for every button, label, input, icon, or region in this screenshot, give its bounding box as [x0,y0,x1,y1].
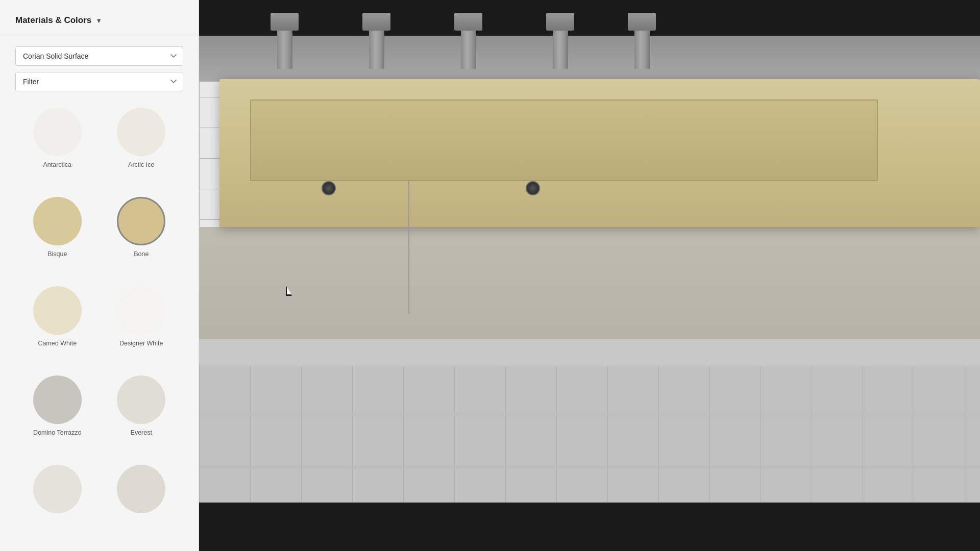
color-swatch-designer-white [117,286,165,335]
color-swatch-antarctica [33,108,82,156]
color-item-cameo-white[interactable]: Cameo White [15,280,100,369]
color-swatch-item10 [117,465,165,513]
color-label-arctic-ice: Arctic Ice [128,161,154,168]
gray-shelf [199,36,980,82]
color-swatch-everest [117,375,165,424]
material-dropdown[interactable]: Corian Solid SurfaceQuartzMarbleGranite [15,46,183,66]
sink-counter [219,79,980,227]
color-item-bisque[interactable]: Bisque [15,191,100,280]
materials-colors-title[interactable]: Materials & Colors ▼ [15,15,183,26]
faucet-head [454,13,482,31]
material-dropdown-container: Corian Solid SurfaceQuartzMarbleGranite [0,36,199,66]
color-swatch-domino-terrazzo [33,375,82,424]
color-label-antarctica: Antarctica [43,161,71,168]
panel-header: Materials & Colors ▼ [0,0,199,36]
divider-line [408,181,409,314]
chevron-down-icon: ▼ [95,17,102,24]
color-item-everest[interactable]: Everest [100,369,184,459]
floor [199,365,980,503]
color-label-cameo-white: Cameo White [38,340,77,347]
color-swatch-cameo-white [33,286,82,335]
bottom-bar [199,503,980,551]
left-panel: Materials & Colors ▼ Corian Solid Surfac… [0,0,199,551]
drain-1 [322,181,336,195]
color-label-bone: Bone [134,251,149,258]
color-item-arctic-ice[interactable]: Arctic Ice [100,102,184,191]
color-swatch-item9 [33,465,82,513]
faucet-4 [546,13,574,79]
color-item-item10[interactable] [100,459,184,541]
drain-2 [526,181,540,195]
faucet-head [628,13,656,31]
color-swatch-bisque [33,197,82,245]
sink-basin [250,99,878,181]
color-swatch-arctic-ice [117,108,165,156]
filter-dropdown[interactable]: FilterWhiteBeigeGrayBlack [15,72,183,91]
color-label-designer-white: Designer White [119,340,163,347]
scene-view [199,0,980,551]
color-item-antarctica[interactable]: Antarctica [15,102,100,191]
color-label-bisque: Bisque [47,251,67,258]
counter-below [199,227,980,339]
faucet-5 [628,13,656,79]
materials-colors-label: Materials & Colors [15,15,91,26]
filter-dropdown-container: FilterWhiteBeigeGrayBlack [0,66,199,91]
color-item-bone[interactable]: Bone [100,191,184,280]
faucet-head [271,13,299,31]
color-item-designer-white[interactable]: Designer White [100,280,184,369]
color-item-item9[interactable] [15,459,100,541]
color-label-domino-terrazzo: Domino Terrazzo [33,429,81,436]
faucet-2 [362,13,390,79]
faucet-head [362,13,390,31]
color-swatch-bone [117,197,165,245]
color-item-domino-terrazzo[interactable]: Domino Terrazzo [15,369,100,459]
top-bar [199,0,980,36]
color-label-everest: Everest [131,429,152,436]
faucet-head [546,13,574,31]
scene-background [199,0,980,551]
faucet-1 [271,13,299,79]
color-grid: AntarcticaArctic IceBisqueBoneCameo Whit… [0,91,199,551]
faucet-3 [454,13,482,79]
